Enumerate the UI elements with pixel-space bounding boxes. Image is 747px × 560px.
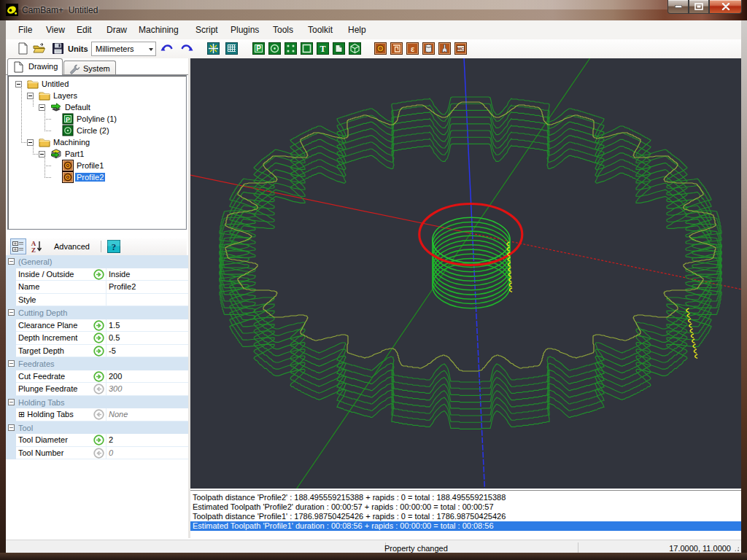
- svg-text:MC: MC: [457, 47, 465, 51]
- svg-text:ε: ε: [411, 44, 415, 53]
- svg-text:P: P: [66, 116, 70, 123]
- svg-text:T: T: [320, 44, 325, 54]
- svg-text:?: ?: [112, 241, 117, 252]
- svg-text:P: P: [256, 44, 261, 52]
- svg-text:Z: Z: [31, 246, 36, 254]
